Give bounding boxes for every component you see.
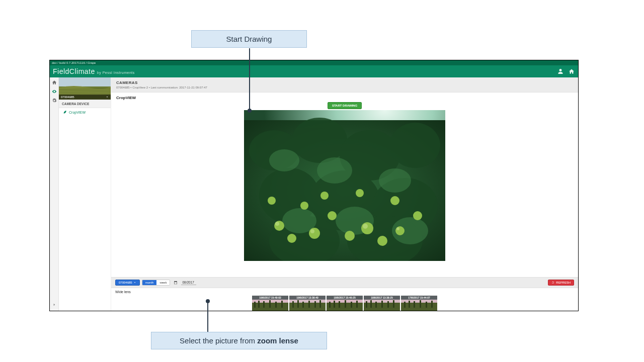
svg-point-29 [390,196,399,205]
svg-rect-70 [381,301,383,308]
cameras-header: CAMERAS 07004685 • CropView 2 • Last com… [111,77,578,93]
svg-point-33 [275,222,279,226]
rail-gear-icon[interactable] [51,98,57,104]
sidebar-item-cropview[interactable]: CropVIEW [59,108,111,116]
svg-rect-77 [409,301,410,308]
svg-rect-40 [254,302,256,308]
svg-rect-45 [281,301,283,308]
chevron-down-icon[interactable] [106,96,109,99]
rail-expand-icon[interactable] [51,302,57,308]
station-select-label: 07004685 [119,281,132,284]
user-icon[interactable] [557,68,564,75]
build-label: dev / build 0.7.20171116 / Grape [52,61,96,64]
period-month[interactable]: month [142,280,157,285]
svg-rect-51 [302,302,304,308]
main-photo[interactable] [244,110,445,261]
thumbnail-timestamp: 17/8/2017 15:44:07 [401,296,437,300]
svg-rect-0 [59,77,111,86]
calendar-icon[interactable] [173,280,178,285]
brand-byline: by Pessl Instruments [97,71,135,74]
annotation-text-bold: zoom lense [257,336,298,345]
svg-rect-49 [292,301,294,308]
thumbnail[interactable]: 18/8/2017 15:40:25 [327,296,363,311]
thumbnail[interactable]: 17/8/2017 15:44:07 [401,296,437,311]
period-week[interactable]: week [156,280,170,285]
thumbnail[interactable]: 18/8/2017 13:38:25 [364,296,400,311]
station-id: 07004685 [61,96,74,99]
thumbnail-timestamp: 18/8/2017 15:40:25 [327,296,363,300]
svg-rect-43 [269,300,271,308]
period-toggle: month week [142,280,171,286]
orchard-image [244,110,445,261]
refresh-button[interactable]: REFRESH [548,280,574,286]
svg-point-25 [377,236,387,246]
sidebar-item-label: CropVIEW [69,111,86,114]
brand-logo: FieldClimateby Pessl Instruments [53,67,135,75]
start-drawing-button[interactable]: START DRAWING [328,102,362,109]
station-panel: 07004685 CAMERA DEVICE CropVIEW [59,77,111,311]
svg-rect-61 [345,300,346,308]
station-hero-label: 07004685 [59,95,111,100]
svg-point-13 [269,149,299,171]
svg-point-14 [317,157,352,184]
svg-point-21 [309,228,320,239]
svg-rect-78 [414,301,415,308]
annotation-text-prefix: Select the picture from [180,336,257,345]
svg-rect-41 [258,301,260,308]
header-bar: FieldClimateby Pessl Instruments [50,65,578,77]
annotation-connector-top [249,48,250,110]
rail-eye-icon[interactable] [51,88,57,95]
thumbnail-timestamp: 19/8/2017 13:38:40 [289,296,326,300]
svg-point-5 [292,118,347,163]
build-bar: dev / build 0.7.20171116 / Grape [50,60,578,65]
svg-rect-42 [263,301,265,308]
refresh-label: REFRESH [556,281,571,284]
cameras-subtitle: 07004685 • CropView 2 • Last communicati… [116,86,573,89]
home-icon[interactable] [568,68,575,75]
svg-point-7 [390,123,440,168]
svg-rect-76 [404,302,406,308]
caret-down-icon [133,281,136,284]
svg-rect-62 [351,302,352,308]
svg-rect-81 [431,301,433,308]
svg-point-23 [345,231,355,241]
app-window: dev / build 0.7.20171116 / Grape FieldCl… [49,60,579,311]
date-field[interactable]: 08/2017 [181,281,196,285]
lens-section: Wide lens 19/8/2017 15:40:02 19/8/2017 1… [111,288,578,311]
svg-rect-63 [356,301,358,308]
svg-point-36 [396,227,399,230]
svg-rect-68 [370,300,372,308]
rail-home-icon[interactable] [51,79,57,85]
cameras-title: CAMERAS [116,80,573,85]
svg-point-28 [356,189,364,197]
svg-rect-60 [339,301,340,308]
svg-point-34 [310,229,314,233]
svg-rect-80 [426,302,427,308]
svg-point-26 [395,226,405,235]
svg-point-27 [320,192,329,200]
cropview-card: CropVIEW START DRAWING [111,93,578,277]
svg-rect-79 [420,300,421,308]
svg-rect-50 [297,300,299,308]
station-section-header: CAMERA DEVICE [59,100,111,108]
thumbnail-timestamp: 19/8/2017 15:40:02 [252,296,288,300]
svg-rect-44 [275,302,277,308]
station-hero[interactable]: 07004685 [59,77,111,100]
thumbnail[interactable]: 19/8/2017 13:38:40 [289,296,326,311]
refresh-icon [551,281,554,284]
annotation-dot-bottom [206,299,210,303]
station-select-button[interactable]: 07004685 [115,280,140,286]
svg-point-30 [300,202,308,210]
svg-point-22 [328,211,337,220]
brand-name: FieldClimate [53,67,95,75]
annotation-dot-top [248,109,252,113]
svg-point-31 [268,197,276,205]
svg-point-24 [361,222,373,234]
svg-rect-71 [387,301,389,308]
leaf-icon [63,110,67,114]
thumbnail[interactable]: 19/8/2017 15:40:02 [252,296,288,311]
svg-point-19 [274,221,284,231]
annotation-start-drawing: Start Drawing [191,30,307,48]
image-toolbar: 07004685 month week 08/2017 REFRESH [111,277,578,288]
lens-label: Wide lens [115,290,574,294]
